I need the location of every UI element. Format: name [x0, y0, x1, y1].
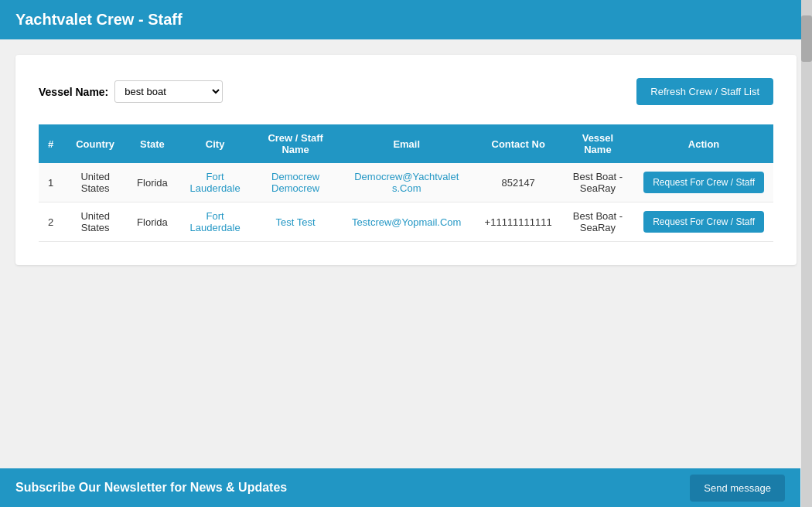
table-cell: 1	[39, 163, 63, 202]
col-state: State	[128, 124, 177, 163]
send-message-button[interactable]: Send message	[690, 475, 785, 502]
table-cell: +11111111111	[476, 202, 561, 242]
col-email: Email	[338, 124, 476, 163]
col-action: Action	[634, 124, 773, 163]
table-cell: Fort Lauderdale	[177, 163, 254, 202]
table-cell: Best Boat - SeaRay	[561, 163, 634, 202]
main-area: Vessel Name: best boat Refresh Crew / St…	[0, 39, 812, 281]
table-cell: United States	[63, 202, 128, 242]
table-cell: Best Boat - SeaRay	[561, 202, 634, 242]
col-num: #	[39, 124, 63, 163]
col-country: Country	[63, 124, 128, 163]
col-crew-name: Crew / Staff Name	[253, 124, 337, 163]
table-header-row: # Country State City Crew / Staff Name E…	[39, 124, 773, 163]
vessel-row: Vessel Name: best boat Refresh Crew / St…	[39, 78, 773, 105]
vessel-label-group: Vessel Name: best boat	[39, 80, 223, 103]
vessel-select[interactable]: best boat	[114, 80, 223, 103]
page-header: Yachtvalet Crew - Staff	[0, 0, 812, 39]
request-crew-staff-button[interactable]: Request For Crew / Staff	[643, 211, 764, 233]
table-cell: 852147	[476, 163, 561, 202]
table-cell: Florida	[128, 202, 177, 242]
action-cell: Request For Crew / Staff	[634, 202, 773, 242]
subscribe-text: Subscribe Our Newsletter for News & Upda…	[15, 481, 287, 495]
scrollbar[interactable]	[801, 0, 812, 507]
crew-staff-table: # Country State City Crew / Staff Name E…	[39, 124, 773, 242]
page-title: Yachtvalet Crew - Staff	[15, 11, 183, 28]
table-cell: United States	[63, 163, 128, 202]
col-vessel: Vessel Name	[561, 124, 634, 163]
table-row: 2United StatesFloridaFort LauderdaleTest…	[39, 202, 773, 242]
table-row: 1United StatesFloridaFort LauderdaleDemo…	[39, 163, 773, 202]
vessel-name-label: Vessel Name:	[39, 86, 108, 98]
table-cell: Fort Lauderdale	[177, 202, 254, 242]
table-cell: Democrew@Yachtvalet s.Com	[338, 163, 476, 202]
col-city: City	[177, 124, 254, 163]
table-cell: Florida	[128, 163, 177, 202]
table-body: 1United StatesFloridaFort LauderdaleDemo…	[39, 163, 773, 242]
action-cell: Request For Crew / Staff	[634, 163, 773, 202]
scrollbar-thumb[interactable]	[801, 15, 812, 62]
col-contact: Contact No	[476, 124, 561, 163]
table-cell: Testcrew@Yopmail.Com	[338, 202, 476, 242]
table-cell: 2	[39, 202, 63, 242]
table-cell: Democrew Democrew	[253, 163, 337, 202]
table-cell: Test Test	[253, 202, 337, 242]
content-card: Vessel Name: best boat Refresh Crew / St…	[15, 55, 797, 265]
refresh-crew-staff-button[interactable]: Refresh Crew / Staff List	[636, 78, 773, 105]
request-crew-staff-button[interactable]: Request For Crew / Staff	[643, 172, 764, 193]
footer-bar: Subscribe Our Newsletter for News & Upda…	[0, 468, 800, 507]
